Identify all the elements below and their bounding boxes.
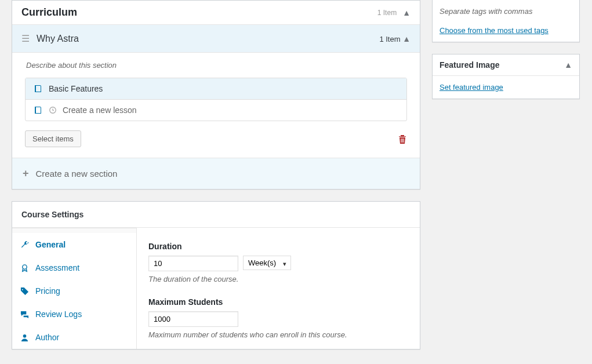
section-item-count: 1 Item bbox=[379, 35, 400, 43]
section-description-input[interactable]: Describe about this section bbox=[26, 61, 409, 70]
tab-assessment[interactable]: Assessment bbox=[12, 256, 136, 279]
svg-rect-4 bbox=[402, 139, 403, 143]
settings-content: Duration Week(s) The duration of the cou… bbox=[137, 228, 420, 349]
set-featured-image-link[interactable]: Set featured image bbox=[440, 83, 503, 92]
svg-rect-1 bbox=[35, 107, 36, 114]
svg-point-6 bbox=[23, 264, 27, 269]
tab-pricing[interactable]: Pricing bbox=[12, 279, 136, 303]
svg-point-7 bbox=[23, 334, 27, 337]
lesson-title: Basic Features bbox=[49, 84, 103, 93]
max-students-input[interactable] bbox=[148, 311, 238, 327]
curriculum-header: Curriculum 1 Item ▲ bbox=[12, 1, 420, 25]
drag-handle-icon[interactable]: ☰ bbox=[21, 33, 30, 44]
new-lesson-label: Create a new lesson bbox=[63, 105, 137, 115]
svg-rect-3 bbox=[401, 139, 402, 143]
book-icon bbox=[34, 84, 43, 93]
clock-icon bbox=[49, 106, 57, 114]
duration-unit-select[interactable]: Week(s) bbox=[243, 256, 291, 270]
tab-label: General bbox=[35, 240, 66, 249]
featured-image-panel: Featured Image ▲ Set featured image bbox=[432, 54, 580, 99]
tab-author[interactable]: Author bbox=[12, 326, 136, 349]
tab-label: Review Logs bbox=[35, 310, 82, 319]
wrench-icon bbox=[20, 241, 30, 249]
featured-image-title: Featured Image bbox=[440, 60, 499, 70]
new-section-label: Create a new section bbox=[36, 169, 118, 179]
curriculum-panel: Curriculum 1 Item ▲ ☰ Why Astra 1 Item ▲… bbox=[12, 0, 420, 190]
comments-icon bbox=[20, 310, 30, 319]
curriculum-title: Curriculum bbox=[21, 6, 77, 19]
max-students-label: Maximum Students bbox=[148, 297, 408, 307]
book-icon bbox=[34, 105, 43, 115]
tab-label: Author bbox=[35, 333, 59, 342]
duration-help: The duration of the course. bbox=[148, 275, 408, 283]
tags-hint: Separate tags with commas bbox=[440, 7, 572, 16]
award-icon bbox=[20, 264, 30, 272]
lesson-list: Basic Features Create a new lesson bbox=[25, 78, 407, 121]
section-title: Why Astra bbox=[37, 34, 79, 44]
tab-review-logs[interactable]: Review Logs bbox=[12, 303, 136, 326]
featured-image-toggle-icon[interactable]: ▲ bbox=[564, 60, 572, 70]
plus-icon: + bbox=[23, 168, 29, 180]
section-header[interactable]: ☰ Why Astra 1 Item ▲ bbox=[12, 25, 420, 53]
section-body: Describe about this section Basic Featur… bbox=[12, 53, 420, 158]
user-icon bbox=[20, 333, 30, 342]
duration-input[interactable] bbox=[148, 256, 238, 271]
tab-label: Assessment bbox=[35, 263, 79, 272]
new-section-row[interactable]: + Create a new section bbox=[12, 158, 420, 189]
lesson-item[interactable]: Basic Features bbox=[26, 78, 406, 100]
curriculum-toggle-icon[interactable]: ▲ bbox=[402, 8, 411, 17]
svg-rect-5 bbox=[404, 139, 404, 143]
duration-label: Duration bbox=[148, 242, 408, 251]
tab-general[interactable]: General bbox=[12, 233, 136, 256]
tags-panel: Separate tags with commas Choose from th… bbox=[432, 0, 580, 42]
new-lesson-row[interactable]: Create a new lesson bbox=[26, 100, 406, 121]
tag-icon bbox=[20, 287, 30, 296]
course-settings-title: Course Settings bbox=[12, 202, 420, 228]
choose-tags-link[interactable]: Choose from the most used tags bbox=[440, 26, 549, 35]
course-settings-panel: Course Settings General Assessment bbox=[12, 201, 420, 350]
settings-tabs: General Assessment Pricing bbox=[12, 228, 137, 349]
max-students-help: Maximum number of students who can enrol… bbox=[148, 330, 408, 339]
select-items-button[interactable]: Select items bbox=[25, 130, 81, 147]
svg-rect-0 bbox=[35, 85, 36, 92]
curriculum-item-count: 1 Item bbox=[377, 9, 397, 17]
trash-icon[interactable] bbox=[398, 134, 407, 144]
section-toggle-icon[interactable]: ▲ bbox=[402, 34, 411, 43]
tab-label: Pricing bbox=[35, 286, 60, 296]
